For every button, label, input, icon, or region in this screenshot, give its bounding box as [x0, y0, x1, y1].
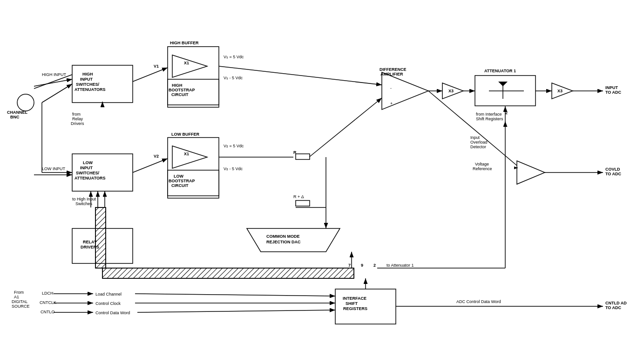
svg-text:TO ADC: TO ADC: [605, 305, 622, 310]
data-bus-vertical: [95, 207, 106, 268]
svg-text:TO ADC: TO ADC: [605, 172, 622, 176]
svg-text:BOOTSTRAP: BOOTSTRAP: [169, 179, 195, 183]
from-interface-label: from Interface: [476, 112, 502, 117]
data-bus-horizontal: [102, 268, 354, 278]
svg-text:AMPLIFIER: AMPLIFIER: [380, 72, 403, 76]
svg-text:HIGH: HIGH: [172, 83, 183, 88]
bus-num-7: 7: [348, 263, 351, 268]
svg-text:V₂ = 5 Vdc: V₂ = 5 Vdc: [224, 144, 244, 148]
high-input-label: HIGH INPUT: [42, 72, 67, 77]
svg-text:INPUT: INPUT: [605, 85, 618, 90]
cntld-ad-label: CNTLD AD: [605, 301, 627, 305]
input-overload-label: Input: [470, 135, 480, 140]
r-delta-label: R + Δ: [293, 194, 304, 199]
v2-label: V2: [154, 154, 159, 159]
svg-text:V₂ - 5 Vdc: V₂ - 5 Vdc: [224, 166, 243, 171]
bus-num-2: 2: [373, 263, 376, 268]
svg-text:SWITCHES/: SWITCHES/: [76, 82, 100, 87]
svg-text:Overload: Overload: [470, 140, 488, 145]
svg-text:LOW: LOW: [174, 174, 183, 179]
cntclk-label: CNTCLK: [40, 300, 56, 305]
svg-text:CIRCUIT: CIRCUIT: [171, 183, 189, 188]
svg-text:COMMON MODE: COMMON MODE: [266, 234, 300, 239]
svg-text:Switches: Switches: [75, 201, 93, 206]
svg-text:ATTENUATORS: ATTENUATORS: [75, 176, 106, 180]
svg-text:Drivers: Drivers: [71, 121, 84, 126]
svg-text:INPUT: INPUT: [80, 77, 93, 82]
svg-text:LOW: LOW: [83, 160, 93, 165]
svg-text:X3: X3: [557, 89, 563, 93]
svg-text:TO ADC: TO ADC: [605, 90, 622, 95]
svg-text:Detector: Detector: [470, 145, 486, 149]
svg-text:COVLD: COVLD: [605, 167, 620, 172]
relay-drivers-label: RELAY: [83, 240, 97, 244]
svg-text:ATTENUATORS: ATTENUATORS: [75, 87, 106, 92]
svg-text:Relay: Relay: [72, 117, 83, 121]
voltage-reference-label: Voltage: [475, 162, 489, 166]
svg-text:DIGITAL: DIGITAL: [12, 299, 27, 304]
svg-text:X1: X1: [184, 61, 189, 65]
ldch-label: LDCH: [42, 291, 54, 296]
num-2-label: 2: [505, 110, 508, 115]
svg-text:Shift Registers: Shift Registers: [476, 117, 503, 121]
v1-label: V1: [154, 64, 159, 69]
to-attenuator-label: to Attenuator 1: [386, 263, 414, 268]
to-high-input-label: to High Input: [72, 197, 96, 201]
adc-control-label: ADC Control Data Word: [456, 299, 501, 304]
svg-text:SWITCHES/: SWITCHES/: [76, 171, 100, 175]
interface-shift-reg-label: INTERFACE: [343, 296, 366, 301]
svg-text:-: -: [390, 86, 392, 90]
diff-amp-label: DIFFERENCE: [380, 67, 407, 72]
high-buffer-label: HIGH BUFFER: [170, 41, 199, 45]
svg-text:BOOTSTRAP: BOOTSTRAP: [169, 88, 195, 92]
svg-text:REJECTION DAC: REJECTION DAC: [266, 240, 301, 244]
svg-text:A1: A1: [14, 295, 19, 299]
svg-text:X3: X3: [448, 89, 454, 93]
high-input-switches-label: HIGH: [82, 72, 93, 76]
svg-text:V₁ - 5 Vdc: V₁ - 5 Vdc: [224, 76, 243, 80]
control-data-label: Control Data Word: [95, 310, 130, 315]
svg-text:Reference: Reference: [473, 166, 492, 171]
load-channel-label: Load Channel: [95, 292, 122, 297]
svg-text:SHIFT: SHIFT: [346, 301, 358, 306]
svg-text:REGISTERS: REGISTERS: [343, 306, 367, 311]
svg-text:INPUT: INPUT: [80, 166, 93, 170]
from-relay-label: from: [72, 112, 81, 117]
r-resistor: [296, 154, 310, 159]
svg-text:V₁ = 5 Vdc: V₁ = 5 Vdc: [224, 55, 244, 59]
svg-text:CIRCUIT: CIRCUIT: [171, 92, 189, 97]
control-clock-label: Control Clock: [95, 301, 121, 306]
channel-bnc-label: CHANNEL: [7, 110, 28, 115]
svg-text:X1: X1: [184, 152, 189, 156]
r-delta-resistor: [296, 200, 310, 206]
svg-text:SOURCE: SOURCE: [12, 304, 30, 309]
bus-num-9: 9: [361, 263, 363, 268]
low-buffer-label: LOW BUFFER: [171, 132, 199, 137]
cntlo-label: CNTLO: [41, 310, 55, 314]
channel-bnc-symbol: [17, 94, 34, 111]
low-input-label: LOW INPUT: [42, 166, 66, 171]
attenuator1-label: ATTENUATOR 1: [484, 69, 516, 73]
from-a1-label: From: [14, 290, 24, 295]
channel-bnc-label2: BNC: [10, 115, 20, 119]
diagram-container: CHANNEL BNC HIGH INPUT SWITCHES/ ATTENUA…: [0, 0, 644, 345]
svg-text:+: +: [390, 101, 393, 106]
